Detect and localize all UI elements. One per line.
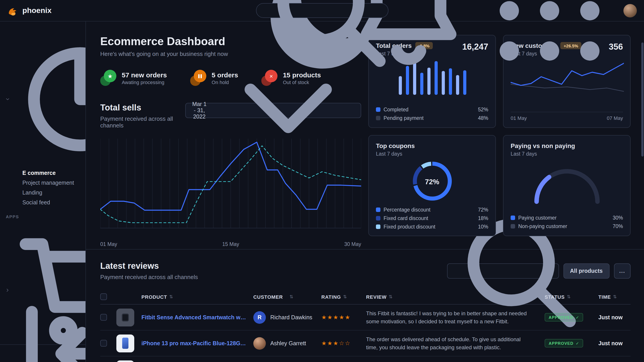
reviews-search[interactable] (447, 263, 559, 278)
stat-awating-processing: ★57 new ordersAwating processing (100, 70, 167, 86)
total-sells-x-axis: 01 May15 May30 May (100, 242, 361, 247)
legend-label: Percentage discount (384, 207, 430, 212)
user-avatar[interactable] (624, 4, 637, 17)
legend-row: Non-paying customer70% (511, 224, 623, 229)
row-checkbox[interactable] (100, 314, 107, 321)
all-products-button[interactable]: All products (563, 263, 609, 278)
customer-name: Richard Dawkins (270, 314, 312, 321)
star-icon: ★ (100, 70, 116, 86)
global-search[interactable] (256, 3, 388, 18)
avatar (253, 337, 266, 350)
customer-name: Ashley Garrett (270, 340, 306, 346)
paying-legend: Paying customer30%Non-paying customer70% (511, 212, 623, 229)
legend-swatch (376, 225, 380, 229)
legend-swatch (511, 216, 515, 220)
grid-icon (482, 0, 617, 78)
reviews-subtitle: Payment received across all channels (100, 274, 198, 280)
total-sells-title: Total sells (100, 103, 185, 113)
table-row (100, 357, 630, 362)
legend-value: 72% (478, 207, 488, 212)
sidebar-item-social-feed[interactable]: Social feed (0, 198, 86, 208)
sidebar-section-label: APPS (0, 214, 86, 219)
review-text: The order was delivered ahead of schedul… (366, 335, 533, 351)
legend-swatch (376, 107, 380, 112)
pause-icon (190, 70, 206, 86)
more-options-button[interactable]: ... (614, 263, 630, 278)
sort-icon: ⇅ (169, 294, 173, 299)
total-sells-subtitle: Payment received across all channels (100, 115, 185, 129)
column-header-rating[interactable]: RATING⇅ (321, 294, 366, 299)
review-time: Just now (598, 314, 622, 321)
stat-caption: Awating processing (122, 79, 167, 85)
axis-label: 07 May (607, 115, 623, 121)
sidebar-item-e-commerce[interactable]: E commerce (0, 168, 86, 178)
legend-value: 48% (478, 115, 488, 121)
avatar: R (253, 311, 266, 324)
latest-reviews-section: Latest reviews Payment received across a… (86, 250, 644, 362)
top-coupons-legend: Percentage discount72%Fixed card discoun… (376, 204, 488, 229)
collapse-icon (7, 286, 86, 362)
legend-swatch (376, 116, 380, 120)
sidebar-item-landing[interactable]: Landing (0, 188, 86, 198)
column-header-product[interactable]: PRODUCT⇅ (142, 294, 253, 299)
legend-value: 18% (478, 216, 488, 221)
legend-label: Fixed product discount (384, 224, 435, 229)
legend-value: 52% (478, 107, 488, 112)
product-link[interactable]: iPhone 13 pro max-Pacific Blue-128GB sto… (142, 340, 246, 346)
sort-icon: ⇅ (389, 294, 393, 299)
total-orders-legend: Completed52%Pending payment48% (376, 104, 488, 121)
rating-stars: ★★★★★ (321, 314, 351, 321)
sidebar-item-project-management[interactable]: Project management (0, 178, 86, 188)
card-title: Top coupons (376, 142, 488, 149)
product-link[interactable]: Fitbit Sense Advanced Smartwatch with To… (142, 314, 246, 321)
rating-stars: ★★★☆☆ (321, 340, 351, 347)
legend-label: Non-paying customer (518, 224, 567, 229)
sort-icon: ⇅ (290, 294, 294, 299)
top-coupons-card: Top coupons Last 7 days 72% Percentage d… (368, 135, 496, 236)
sort-icon: ⇅ (613, 294, 617, 299)
app-root: phoenix Home E commerceProject managemen… (0, 0, 644, 362)
row-checkbox[interactable] (100, 340, 107, 347)
legend-value: 30% (613, 215, 623, 220)
axis-label: 01 May (511, 115, 527, 121)
product-image (116, 360, 134, 362)
top-coupons-donut-chart: 72% (411, 160, 453, 204)
legend-swatch (511, 224, 515, 229)
legend-row: Fixed product discount10% (376, 224, 488, 229)
status-badge: APPROVED✓ (545, 313, 583, 322)
stat-value: 57 new orders (122, 71, 167, 78)
column-header-review[interactable]: REVIEW⇅ (366, 294, 545, 299)
brand-area: phoenix (7, 5, 86, 16)
legend-swatch (376, 208, 380, 212)
axis-label: 15 May (222, 242, 239, 247)
check-icon: ✓ (576, 315, 579, 320)
donut-center-value: 72% (411, 160, 453, 204)
card-period: Last 7 days (511, 151, 623, 156)
column-header-status[interactable]: STATUS⇅ (545, 294, 598, 299)
select-all-checkbox[interactable] (100, 293, 107, 300)
global-search-input[interactable] (400, 7, 402, 14)
date-range-select[interactable]: Mar 1 - 31, 2022 (185, 103, 361, 118)
phoenix-logo[interactable] (7, 5, 19, 16)
check-icon: ✓ (576, 341, 579, 346)
card-period: Last 7 days (376, 151, 488, 156)
paying-gauge-chart (511, 160, 623, 204)
collapsed-view-toggle[interactable]: Collapsed View (0, 344, 86, 362)
reviews-title: Latest reviews (100, 261, 198, 271)
search-icon (262, 0, 396, 78)
legend-row: Paying customer30% (511, 215, 623, 220)
apps-grid-button[interactable] (482, 0, 617, 78)
column-header-customer[interactable]: CUSTOMER⇅ (253, 294, 321, 299)
legend-row: Completed52% (376, 107, 488, 112)
legend-row: Percentage discount72% (376, 207, 488, 212)
sort-icon: ⇅ (567, 294, 571, 299)
legend-label: Completed (384, 107, 408, 112)
product-image (116, 334, 134, 352)
card-title: Paying vs non paying (511, 142, 623, 149)
new-customers-x-axis: 01 May07 May (511, 112, 623, 121)
product-image (116, 308, 134, 326)
legend-label: Pending payment (384, 115, 424, 121)
scrollbar-thumb[interactable] (641, 42, 644, 156)
column-header-time[interactable]: TIME⇅ (598, 294, 630, 299)
sidebar-item-home[interactable]: Home (0, 30, 86, 168)
